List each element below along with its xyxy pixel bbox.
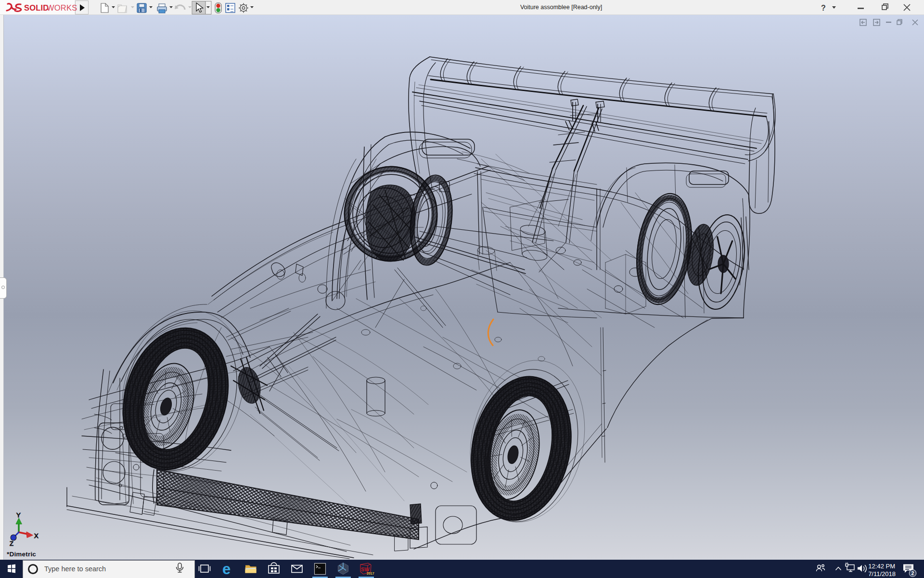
svg-text:12:42 PM: 12:42 PM: [868, 563, 895, 570]
svg-text:2017: 2017: [367, 572, 374, 575]
svg-text:Y: Y: [16, 512, 21, 519]
svg-text:7/11/2018: 7/11/2018: [868, 570, 896, 578]
svg-text:2: 2: [911, 570, 914, 576]
svg-text:?: ?: [821, 4, 826, 12]
svg-text:SOLID: SOLID: [24, 3, 49, 12]
svg-text:e: e: [222, 561, 231, 578]
svg-text:WORKS: WORKS: [47, 3, 77, 12]
svg-text:X: X: [34, 532, 38, 539]
svg-text:Z: Z: [10, 540, 13, 547]
